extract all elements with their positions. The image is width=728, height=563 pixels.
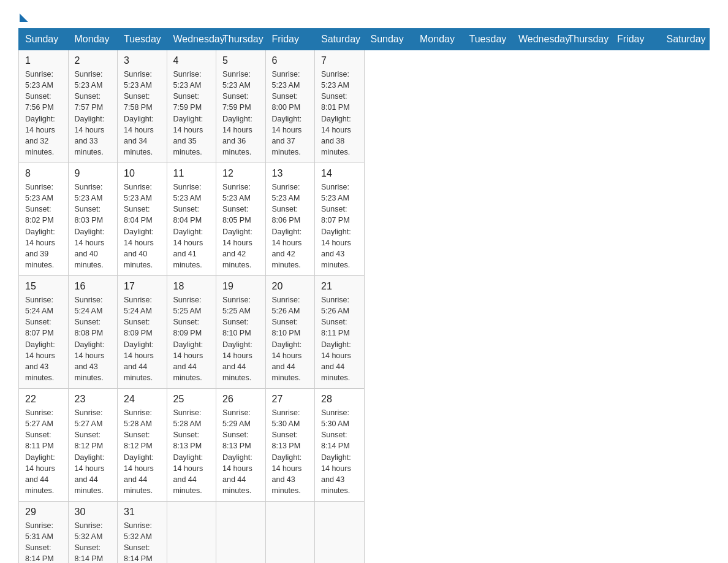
col-header-saturday: Saturday	[660, 29, 710, 50]
day-info: Sunrise: 5:23 AMSunset: 8:04 PMDaylight:…	[124, 182, 161, 270]
day-info: Sunrise: 5:29 AMSunset: 8:13 PMDaylight:…	[222, 407, 259, 496]
day-info: Sunrise: 5:23 AMSunset: 8:04 PMDaylight:…	[173, 182, 210, 270]
calendar-day-cell: 1Sunrise: 5:23 AMSunset: 7:56 PMDaylight…	[19, 50, 69, 163]
day-number: 16	[75, 281, 112, 292]
calendar-day-cell: 23Sunrise: 5:27 AMSunset: 8:12 PMDayligh…	[68, 389, 118, 502]
col-header-friday: Friday	[265, 29, 315, 50]
day-info: Sunrise: 5:25 AMSunset: 8:10 PMDaylight:…	[222, 294, 259, 383]
day-info: Sunrise: 5:27 AMSunset: 8:12 PMDaylight:…	[75, 407, 112, 496]
calendar-day-cell: 31Sunrise: 5:32 AMSunset: 8:14 PMDayligh…	[118, 502, 167, 564]
col-header-wednesday: Wednesday	[167, 29, 216, 50]
day-info: Sunrise: 5:23 AMSunset: 7:57 PMDaylight:…	[75, 69, 112, 158]
day-number: 26	[222, 394, 259, 405]
col-header-saturday: Saturday	[315, 29, 365, 50]
day-number: 7	[321, 55, 358, 66]
calendar-day-cell: 12Sunrise: 5:23 AMSunset: 8:05 PMDayligh…	[216, 163, 266, 276]
day-number: 28	[321, 394, 358, 405]
day-info: Sunrise: 5:26 AMSunset: 8:10 PMDaylight:…	[272, 294, 309, 383]
day-info: Sunrise: 5:24 AMSunset: 8:07 PMDaylight:…	[25, 294, 62, 383]
calendar-day-cell: 5Sunrise: 5:23 AMSunset: 7:59 PMDaylight…	[216, 50, 266, 163]
empty-cell	[315, 502, 365, 564]
calendar-day-cell: 18Sunrise: 5:25 AMSunset: 8:09 PMDayligh…	[167, 276, 216, 389]
calendar-week-row: 8Sunrise: 5:23 AMSunset: 8:02 PMDaylight…	[19, 163, 710, 276]
day-info: Sunrise: 5:32 AMSunset: 8:14 PMDaylight:…	[124, 520, 161, 563]
day-number: 11	[173, 168, 210, 179]
calendar-day-cell: 29Sunrise: 5:31 AMSunset: 8:14 PMDayligh…	[19, 502, 69, 564]
calendar-week-row: 1Sunrise: 5:23 AMSunset: 7:56 PMDaylight…	[19, 50, 710, 163]
empty-cell	[167, 502, 216, 564]
col-header-tuesday: Tuesday	[118, 29, 167, 50]
calendar-day-cell: 11Sunrise: 5:23 AMSunset: 8:04 PMDayligh…	[167, 163, 216, 276]
day-number: 12	[222, 168, 259, 179]
calendar-week-row: 22Sunrise: 5:27 AMSunset: 8:11 PMDayligh…	[19, 389, 710, 502]
day-info: Sunrise: 5:23 AMSunset: 8:00 PMDaylight:…	[272, 69, 309, 158]
day-number: 1	[25, 55, 62, 66]
calendar-day-cell: 8Sunrise: 5:23 AMSunset: 8:02 PMDaylight…	[19, 163, 69, 276]
calendar-day-cell: 25Sunrise: 5:28 AMSunset: 8:13 PMDayligh…	[167, 389, 216, 502]
day-info: Sunrise: 5:26 AMSunset: 8:11 PMDaylight:…	[321, 294, 358, 383]
day-info: Sunrise: 5:25 AMSunset: 8:09 PMDaylight:…	[173, 294, 210, 383]
day-number: 29	[25, 507, 62, 518]
day-info: Sunrise: 5:23 AMSunset: 8:03 PMDaylight:…	[75, 182, 112, 270]
calendar-day-cell: 26Sunrise: 5:29 AMSunset: 8:13 PMDayligh…	[216, 389, 266, 502]
day-info: Sunrise: 5:28 AMSunset: 8:12 PMDaylight:…	[124, 407, 161, 496]
day-number: 24	[124, 394, 161, 405]
day-info: Sunrise: 5:23 AMSunset: 8:01 PMDaylight:…	[321, 69, 358, 158]
calendar-day-cell: 16Sunrise: 5:24 AMSunset: 8:08 PMDayligh…	[68, 276, 118, 389]
col-header-thursday: Thursday	[216, 29, 266, 50]
col-header-sunday: Sunday	[364, 29, 414, 50]
calendar-day-cell: 19Sunrise: 5:25 AMSunset: 8:10 PMDayligh…	[216, 276, 266, 389]
calendar-day-cell: 30Sunrise: 5:32 AMSunset: 8:14 PMDayligh…	[68, 502, 118, 564]
calendar-week-row: 29Sunrise: 5:31 AMSunset: 8:14 PMDayligh…	[19, 502, 710, 564]
day-number: 4	[173, 55, 210, 66]
day-number: 25	[173, 394, 210, 405]
col-header-tuesday: Tuesday	[463, 29, 512, 50]
calendar-day-cell: 7Sunrise: 5:23 AMSunset: 8:01 PMDaylight…	[315, 50, 365, 163]
day-number: 5	[222, 55, 259, 66]
day-info: Sunrise: 5:31 AMSunset: 8:14 PMDaylight:…	[25, 520, 62, 563]
day-number: 6	[272, 55, 309, 66]
day-info: Sunrise: 5:27 AMSunset: 8:11 PMDaylight:…	[25, 407, 62, 496]
day-info: Sunrise: 5:28 AMSunset: 8:13 PMDaylight:…	[173, 407, 210, 496]
empty-cell	[265, 502, 315, 564]
day-info: Sunrise: 5:23 AMSunset: 7:59 PMDaylight:…	[173, 69, 210, 158]
calendar-day-cell: 20Sunrise: 5:26 AMSunset: 8:10 PMDayligh…	[265, 276, 315, 389]
empty-cell	[216, 502, 266, 564]
day-number: 19	[222, 281, 259, 292]
calendar-table: SundayMondayTuesdayWednesdayThursdayFrid…	[18, 28, 710, 563]
col-header-monday: Monday	[68, 29, 118, 50]
day-info: Sunrise: 5:30 AMSunset: 8:13 PMDaylight:…	[272, 407, 309, 496]
logo	[18, 12, 29, 18]
calendar-day-cell: 4Sunrise: 5:23 AMSunset: 7:59 PMDaylight…	[167, 50, 216, 163]
calendar-day-cell: 21Sunrise: 5:26 AMSunset: 8:11 PMDayligh…	[315, 276, 365, 389]
day-number: 9	[75, 168, 112, 179]
day-info: Sunrise: 5:23 AMSunset: 7:56 PMDaylight:…	[25, 69, 62, 158]
day-info: Sunrise: 5:24 AMSunset: 8:08 PMDaylight:…	[75, 294, 112, 383]
day-number: 2	[75, 55, 112, 66]
col-header-friday: Friday	[611, 29, 661, 50]
day-number: 20	[272, 281, 309, 292]
calendar-day-cell: 2Sunrise: 5:23 AMSunset: 7:57 PMDaylight…	[68, 50, 118, 163]
day-info: Sunrise: 5:23 AMSunset: 7:59 PMDaylight:…	[222, 69, 259, 158]
day-number: 17	[124, 281, 161, 292]
day-number: 3	[124, 55, 161, 66]
day-info: Sunrise: 5:23 AMSunset: 8:05 PMDaylight:…	[222, 182, 259, 270]
calendar-day-cell: 27Sunrise: 5:30 AMSunset: 8:13 PMDayligh…	[265, 389, 315, 502]
calendar-day-cell: 17Sunrise: 5:24 AMSunset: 8:09 PMDayligh…	[118, 276, 167, 389]
day-number: 10	[124, 168, 161, 179]
day-info: Sunrise: 5:32 AMSunset: 8:14 PMDaylight:…	[75, 520, 112, 563]
day-info: Sunrise: 5:23 AMSunset: 7:58 PMDaylight:…	[124, 69, 161, 158]
day-number: 23	[75, 394, 112, 405]
col-header-monday: Monday	[414, 29, 463, 50]
day-number: 30	[75, 507, 112, 518]
calendar-day-cell: 14Sunrise: 5:23 AMSunset: 8:07 PMDayligh…	[315, 163, 365, 276]
calendar-header-row: SundayMondayTuesdayWednesdayThursdayFrid…	[19, 29, 710, 50]
day-info: Sunrise: 5:30 AMSunset: 8:14 PMDaylight:…	[321, 407, 358, 496]
calendar-day-cell: 3Sunrise: 5:23 AMSunset: 7:58 PMDaylight…	[118, 50, 167, 163]
calendar-day-cell: 9Sunrise: 5:23 AMSunset: 8:03 PMDaylight…	[68, 163, 118, 276]
day-number: 27	[272, 394, 309, 405]
col-header-thursday: Thursday	[561, 29, 611, 50]
day-info: Sunrise: 5:23 AMSunset: 8:06 PMDaylight:…	[272, 182, 309, 270]
calendar-day-cell: 6Sunrise: 5:23 AMSunset: 8:00 PMDaylight…	[265, 50, 315, 163]
calendar-day-cell: 15Sunrise: 5:24 AMSunset: 8:07 PMDayligh…	[19, 276, 69, 389]
